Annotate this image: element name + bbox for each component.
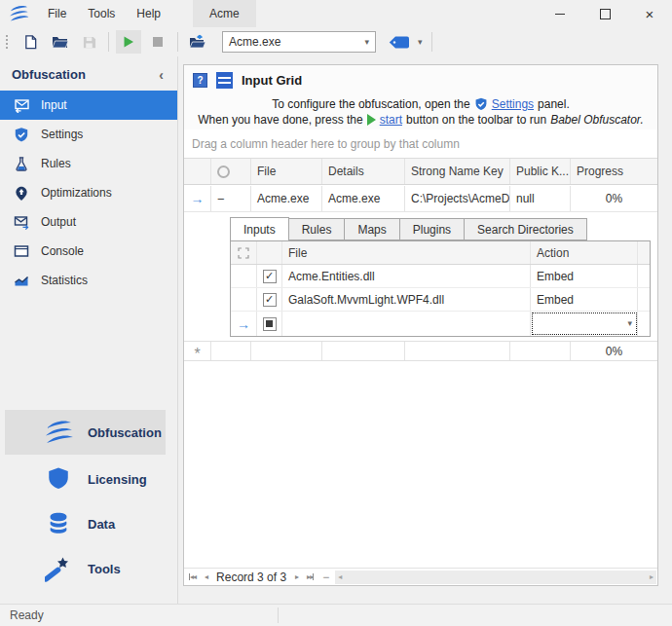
nested-column-header-file[interactable]: File [282, 241, 531, 264]
cell-blank [638, 288, 650, 311]
row-indicator [231, 265, 257, 287]
cell-file[interactable]: GalaSoft.MvvmLight.WPF4.dll [282, 288, 531, 311]
tab-inputs[interactable]: Inputs [230, 217, 289, 240]
list-item[interactable]: ✓ GalaSoft.MvvmLight.WPF4.dll Embed [231, 288, 650, 312]
cell-action[interactable]: Embed [531, 288, 638, 311]
status-text: Ready [10, 608, 44, 622]
new-project-button[interactable] [18, 30, 43, 54]
input-envelope-icon [13, 97, 30, 114]
cell-file[interactable]: Acme.exe [251, 186, 322, 211]
instruction-line-1: To configure the obfuscation, open the S… [184, 97, 657, 111]
collapse-row-button[interactable]: − [211, 186, 251, 211]
list-item-editing[interactable]: → ▾ [231, 312, 650, 336]
first-record-button[interactable]: ◂◂ [189, 572, 196, 581]
column-header-details[interactable]: Details [322, 159, 405, 184]
group-by-band[interactable]: Drag a column header here to group by th… [184, 129, 657, 158]
cell-file-empty[interactable] [282, 312, 531, 336]
cell-blank[interactable] [510, 342, 571, 360]
play-icon [367, 114, 376, 126]
include-checkbox[interactable]: ✓ [257, 265, 282, 287]
cell-action[interactable]: Embed [531, 265, 638, 287]
sidebar-item-label: Input [41, 98, 67, 112]
column-header-strong-name-key[interactable]: Strong Name Key [405, 159, 510, 184]
tab-search-directories[interactable]: Search Directories [465, 218, 587, 240]
collapse-sidebar-icon[interactable]: ‹ [159, 70, 164, 80]
cell-blank [638, 312, 650, 336]
close-button[interactable]: × [627, 0, 672, 27]
cell-strong-name-key[interactable]: C:\Projects\AcmeDat... [405, 186, 510, 211]
target-assembly-combobox[interactable]: Acme.exe ▾ [222, 31, 376, 53]
tag-dropdown-caret[interactable]: ▾ [418, 38, 423, 47]
table-row[interactable]: → − Acme.exe Acme.exe C:\Projects\AcmeDa… [184, 186, 657, 212]
new-row-indicator: * [184, 342, 211, 360]
record-counter: Record 3 of 3 [216, 571, 286, 584]
nav-item-data[interactable]: Data [0, 503, 177, 544]
cell-blank[interactable] [405, 342, 510, 360]
select-all-icon [238, 247, 249, 259]
open-output-button[interactable] [185, 30, 210, 54]
list-item[interactable]: ✓ Acme.Entities.dll Embed [231, 265, 650, 288]
sidebar-item-label: Statistics [41, 274, 88, 287]
scroll-right-icon[interactable]: ▸ [650, 572, 653, 581]
toolbar-grip[interactable] [5, 34, 9, 50]
column-header-public-key[interactable]: Public K... [510, 159, 571, 184]
start-link[interactable]: start [380, 113, 402, 127]
magic-wand-icon [43, 555, 74, 582]
start-obfuscation-button[interactable] [116, 30, 141, 54]
action-dropdown-editor[interactable]: ▾ [531, 312, 638, 336]
column-header-progress[interactable]: Progress [571, 159, 657, 184]
nav-item-licensing[interactable]: Licensing [0, 459, 177, 499]
cell-public-key[interactable]: null [510, 186, 571, 211]
sidebar-item-console[interactable]: Console [0, 237, 177, 266]
tab-rules[interactable]: Rules [289, 218, 346, 240]
new-row[interactable]: * 0% [184, 341, 657, 361]
minimize-icon [555, 14, 565, 15]
tab-maps[interactable]: Maps [345, 218, 399, 240]
tag-icon[interactable] [389, 36, 410, 49]
last-record-button[interactable]: ▸▸ [307, 572, 314, 581]
sidebar-item-input[interactable]: Input [0, 91, 177, 120]
nav-item-obfuscation[interactable]: Obfuscation [5, 410, 166, 455]
nav-item-tools[interactable]: Tools [0, 548, 177, 589]
nav-item-label: Tools [88, 562, 121, 576]
sidebar-item-settings[interactable]: Settings [0, 120, 177, 149]
collapse-icon: − [217, 192, 225, 206]
sidebar-item-statistics[interactable]: Statistics [0, 266, 177, 295]
open-project-button[interactable] [47, 30, 72, 54]
stop-button[interactable] [145, 30, 170, 54]
tab-plugins[interactable]: Plugins [400, 218, 465, 240]
checkbox-indeterminate[interactable] [263, 317, 277, 331]
cell-details[interactable]: Acme.exe [322, 186, 405, 211]
checkbox-checked[interactable]: ✓ [263, 270, 277, 283]
panel-header: ? Input Grid To configure the obfuscatio… [184, 65, 657, 130]
scroll-left-icon[interactable]: ◂ [338, 572, 342, 581]
sidebar-item-rules[interactable]: Rules [0, 149, 177, 178]
menu-tools[interactable]: Tools [77, 0, 126, 27]
select-all-header[interactable] [231, 241, 257, 264]
include-checkbox[interactable]: ✓ [257, 288, 282, 311]
save-icon [82, 35, 96, 50]
nested-column-header-action[interactable]: Action [531, 241, 638, 264]
current-row-arrow-icon: → [191, 192, 205, 205]
settings-link[interactable]: Settings [492, 97, 534, 111]
help-icon[interactable]: ? [193, 73, 207, 88]
cell-blank[interactable] [322, 342, 405, 360]
document-tab[interactable]: Acme [193, 0, 256, 27]
delete-record-button[interactable]: − [322, 571, 329, 584]
next-record-button[interactable]: ▸ [295, 572, 298, 581]
expander-column-header[interactable] [211, 159, 251, 184]
maximize-button[interactable] [582, 0, 627, 27]
minimize-button[interactable] [538, 0, 582, 27]
include-checkbox[interactable] [257, 312, 282, 336]
menu-help[interactable]: Help [126, 0, 171, 27]
sidebar-item-optimizations[interactable]: Optimizations [0, 178, 177, 207]
checkbox-checked[interactable]: ✓ [263, 293, 277, 307]
menu-file[interactable]: File [37, 0, 77, 27]
previous-record-button[interactable]: ◂ [205, 572, 207, 581]
column-header-file[interactable]: File [251, 159, 322, 184]
horizontal-scrollbar[interactable]: ◂ ▸ [335, 571, 656, 584]
cell-blank[interactable] [251, 342, 322, 360]
sidebar-item-output[interactable]: Output [0, 207, 177, 237]
cell-file[interactable]: Acme.Entities.dll [282, 265, 531, 287]
save-button[interactable] [76, 30, 101, 54]
